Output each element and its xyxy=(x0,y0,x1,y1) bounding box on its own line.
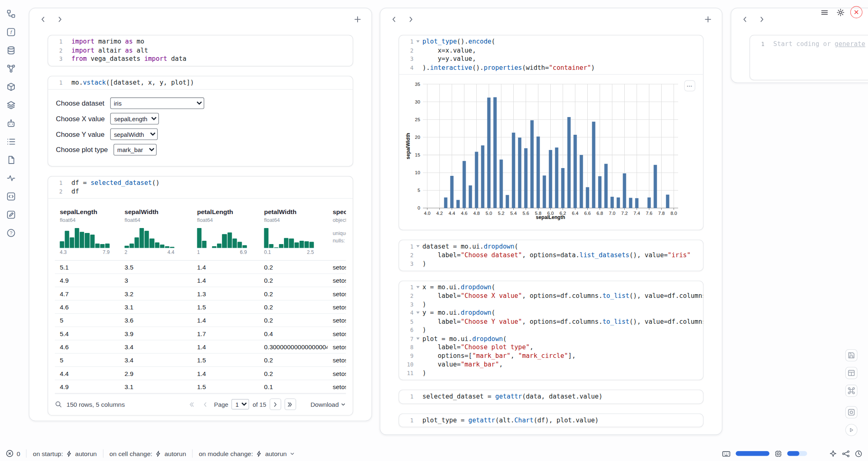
errors-badge[interactable]: 0 xyxy=(5,449,20,458)
run-all-button[interactable] xyxy=(845,424,858,436)
code-editor[interactable]: 1df = selected_dataset()2df xyxy=(48,177,353,198)
screenshot-button[interactable] xyxy=(845,406,858,419)
column-next-button[interactable] xyxy=(405,13,417,25)
code-editor[interactable]: 1x = mo.ui.dropdown(2 label="Choose X va… xyxy=(399,281,703,380)
autorun-on-module-change[interactable]: on module change: autorun xyxy=(199,450,295,457)
table-row[interactable]: 53.41.50.2setosa xyxy=(55,354,346,367)
column-prev-button[interactable] xyxy=(37,13,49,25)
code-editor[interactable]: 1plot_type().encode(2 x=x.value,3 y=y.va… xyxy=(399,35,703,74)
table-row[interactable]: 4.63.11.50.2setosa xyxy=(55,300,346,313)
settings-button[interactable] xyxy=(834,6,847,18)
column-header[interactable]: petalLengthfloat6416.9 xyxy=(192,203,259,255)
page-select[interactable]: 1 xyxy=(232,399,249,410)
sidebar-item-file-tree[interactable] xyxy=(5,8,17,20)
x-value-select[interactable]: sepalLength xyxy=(110,113,159,124)
fold-chevron-icon[interactable] xyxy=(416,245,420,247)
fold-chevron-icon[interactable] xyxy=(416,286,420,288)
code-editor[interactable]: 1import marimo as mo2import altair as al… xyxy=(48,35,353,65)
column-header[interactable]: petalWidthfloat640.12.5 xyxy=(259,203,328,255)
code-editor[interactable]: 1mo.vstack([dataset, x, y, plot]) xyxy=(48,76,353,89)
table-header: sepalLengthfloat644.37.9sepalWidthfloat6… xyxy=(55,203,346,260)
table-row[interactable]: 4.63.41.40.30000000000000004setosa xyxy=(55,340,346,353)
autorun-on-startup[interactable]: on startup: autorun xyxy=(33,450,97,457)
autorun-on-cell-change[interactable]: on cell change: autorun xyxy=(109,450,186,457)
code-editor[interactable]: 1 Start coding or generate with AI xyxy=(750,35,868,53)
sidebar-item-datasources[interactable] xyxy=(5,44,17,57)
sidebar-item-packages[interactable] xyxy=(5,81,17,93)
keyboard-shortcuts-button[interactable] xyxy=(845,385,858,397)
table-cell: 0.30000000000000004 xyxy=(259,340,328,353)
history-clock-icon[interactable] xyxy=(855,449,863,457)
table-row[interactable]: 4.93.11.50.1setosa xyxy=(55,380,346,393)
fold-chevron-icon[interactable] xyxy=(416,40,420,42)
sidebar-item-ai-assistant[interactable] xyxy=(5,118,17,130)
table-row[interactable]: 53.61.40.2setosa xyxy=(55,314,346,327)
magic-wand-icon[interactable] xyxy=(829,449,837,457)
column-header[interactable]: speciesobjectunique:nulls: xyxy=(328,203,346,255)
save-notebook-button[interactable] xyxy=(845,349,858,362)
column-header[interactable]: sepalLengthfloat644.37.9 xyxy=(55,203,120,255)
plus-icon xyxy=(704,16,712,23)
sidebar-item-tracing[interactable] xyxy=(5,172,17,184)
generate-with-ai-link[interactable]: generate xyxy=(835,40,866,48)
code-editor[interactable]: 1dataset = mo.ui.dropdown(2 label="Choos… xyxy=(399,240,703,270)
connections-icon[interactable] xyxy=(842,449,850,457)
dataset-select[interactable]: iris xyxy=(110,97,204,109)
shutdown-button[interactable] xyxy=(850,6,863,18)
sidebar-item-dependencies[interactable] xyxy=(5,62,17,75)
add-cell-button[interactable] xyxy=(702,13,714,25)
status-bar: 0 on startup: autorun on cell change: au… xyxy=(0,446,868,461)
code-line: 3) xyxy=(399,260,703,268)
keyboard-icon[interactable] xyxy=(722,449,731,458)
sidebar-item-help[interactable]: ? xyxy=(5,227,17,239)
line-number: 1 xyxy=(48,179,62,187)
column-prev-button[interactable] xyxy=(388,13,400,25)
table-cell: 4.9 xyxy=(55,380,120,393)
prev-page-button[interactable] xyxy=(200,399,211,410)
sidebar-item-outline[interactable] xyxy=(5,99,17,111)
download-button[interactable]: Download xyxy=(310,401,346,408)
code-line: 7plot = mo.ui.dropdown( xyxy=(399,334,703,343)
plot-type-select[interactable]: mark_bar xyxy=(113,144,157,155)
svg-text:10: 10 xyxy=(415,170,420,175)
table-cell: 4.7 xyxy=(55,287,120,300)
search-icon[interactable] xyxy=(55,401,62,408)
y-value-select[interactable]: sepalWidth xyxy=(110,128,158,140)
code-editor[interactable]: 1plot_type = getattr(alt.Chart(df), plot… xyxy=(399,414,703,427)
notebook-menu-button[interactable] xyxy=(818,6,831,18)
table-body: 5.13.51.40.2setosa4.931.40.2setosa4.73.2… xyxy=(55,260,346,393)
fold-chevron-icon[interactable] xyxy=(416,311,420,313)
column-next-button[interactable] xyxy=(54,13,66,25)
sidebar-item-documentation[interactable] xyxy=(5,154,17,166)
layout-view-button[interactable] xyxy=(845,367,858,379)
dependencies-icon xyxy=(7,64,16,73)
autorun-startup-value: autorun xyxy=(75,450,97,457)
line-number: 5 xyxy=(399,317,413,326)
first-page-button[interactable] xyxy=(186,399,197,410)
next-page-button[interactable] xyxy=(270,399,281,410)
column-header[interactable]: sepalWidthfloat6424.4 xyxy=(120,203,192,255)
code-line: 2df xyxy=(48,187,353,196)
svg-text:7.2: 7.2 xyxy=(621,211,628,216)
sidebar-item-functions[interactable]: f xyxy=(5,26,17,38)
sidebar-item-scratchpad[interactable] xyxy=(5,209,17,221)
table-row[interactable]: 4.73.21.30.2setosa xyxy=(55,287,346,300)
chevron-right-icon xyxy=(407,16,415,23)
last-page-button[interactable] xyxy=(284,399,296,410)
code-editor[interactable]: 1selected_dataset = getattr(data, datase… xyxy=(399,390,703,403)
column-prev-button[interactable] xyxy=(739,13,751,25)
autorun-module-label: on module change: xyxy=(199,450,253,457)
add-cell-button[interactable] xyxy=(351,13,364,25)
bar-chart[interactable]: 051015202530354.04.24.44.64.85.05.25.45.… xyxy=(405,81,700,221)
table-row[interactable]: 5.13.51.40.2setosa xyxy=(55,260,346,274)
sidebar-item-logs[interactable] xyxy=(5,136,17,148)
column-next-button[interactable] xyxy=(756,13,768,25)
dataframe-table: sepalLengthfloat644.37.9sepalWidthfloat6… xyxy=(55,203,346,393)
fold-chevron-icon[interactable] xyxy=(416,337,420,339)
chart-options-button[interactable]: ••• xyxy=(684,80,695,91)
sidebar-item-snippets[interactable] xyxy=(5,190,17,203)
table-row[interactable]: 5.43.91.70.4setosa xyxy=(55,327,346,340)
table-row[interactable]: 4.931.40.2setosa xyxy=(55,274,346,287)
lightning-icon xyxy=(256,450,262,457)
table-row[interactable]: 4.42.91.40.2setosa xyxy=(55,367,346,380)
